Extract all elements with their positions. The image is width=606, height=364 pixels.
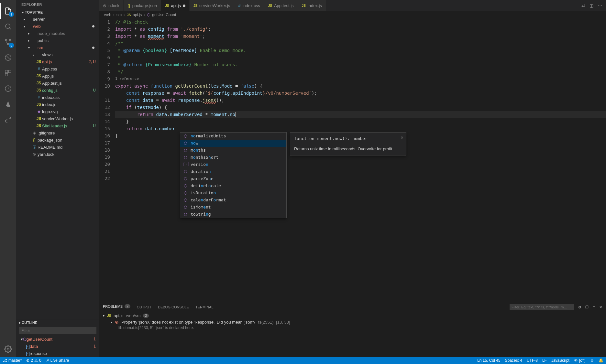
file-row[interactable]: ⊗yarn.lock xyxy=(16,151,99,158)
file-row[interactable]: {}package.json xyxy=(16,136,99,144)
file-row[interactable]: 🛈README.md xyxy=(16,144,99,151)
git-status: U xyxy=(93,123,96,128)
file-row[interactable]: JSApp.js xyxy=(16,72,99,80)
outline-item[interactable]: [◦]data1 xyxy=(16,343,99,350)
problem-related-info[interactable]: lib.dom.d.ts[2230, 5]: 'json' is declare… xyxy=(103,326,602,330)
status-prettier[interactable]: 👁 [off] xyxy=(574,358,586,363)
js-file-icon: JS xyxy=(36,116,42,121)
folder-row[interactable]: ▸server xyxy=(16,16,99,23)
folder-row[interactable]: ▸views xyxy=(16,51,99,58)
panel-tab-problems[interactable]: PROBLEMS2 xyxy=(103,304,130,310)
panel-collapse-icon[interactable]: ⌃ xyxy=(592,305,595,309)
status-liveshare[interactable]: ↗ Live Share xyxy=(46,358,69,363)
completion-item[interactable]: ⬡isMoment xyxy=(180,204,286,211)
compare-icon[interactable]: ⇄ xyxy=(581,3,585,8)
code-lens[interactable]: 1 reference xyxy=(115,75,606,82)
editor-tab[interactable]: #index.css xyxy=(234,0,264,11)
activity-scm-icon[interactable]: 5 xyxy=(0,34,16,50)
status-cursor[interactable]: Ln 15, Col 45 xyxy=(477,358,500,363)
folder-row[interactable]: ▾src xyxy=(16,44,99,51)
editor-tab[interactable]: JSserviceWorker.js xyxy=(190,0,234,11)
split-editor-icon[interactable]: ◫ xyxy=(589,3,593,8)
code-editor[interactable]: // @ts-checkimport * as config from './c… xyxy=(115,18,606,302)
intellisense-popup[interactable]: ⬡normalizeUnits⬡now⬡months⬡monthsShort[◦… xyxy=(180,132,287,218)
completion-item[interactable]: ⬡normalizeUnits xyxy=(180,133,286,140)
file-icon: ◈ xyxy=(31,131,38,135)
activity-extensions-icon[interactable] xyxy=(0,65,16,81)
file-row[interactable]: ◆logo.svg xyxy=(16,108,99,115)
folder-row[interactable]: ▸public xyxy=(16,37,99,44)
chevron-down-icon: ▾ xyxy=(19,321,20,325)
status-bell-icon[interactable]: 🔔 xyxy=(599,358,603,363)
completion-item[interactable]: ⬡calendarFormat xyxy=(180,197,286,204)
close-icon[interactable]: × xyxy=(401,134,403,141)
editor-tab[interactable]: JSApp.test.js xyxy=(264,0,298,11)
file-row[interactable]: ◈.gitignore xyxy=(16,129,99,136)
outline-header[interactable]: ▾OUTLINE xyxy=(16,319,99,326)
activity-liveshare-icon[interactable] xyxy=(0,112,16,127)
panel-tab-terminal[interactable]: TERMINAL xyxy=(195,305,214,309)
completion-item[interactable]: ⬡isDuration xyxy=(180,189,286,197)
breadcrumb-item[interactable]: api.js xyxy=(133,13,142,17)
status-branch[interactable]: ⎇ master* xyxy=(3,358,22,363)
file-row[interactable]: JSserviceWorker.js xyxy=(16,115,99,122)
filter-settings-icon[interactable]: ⚙ xyxy=(578,305,581,309)
completion-item[interactable]: ⬡defineLocale xyxy=(180,182,286,189)
completion-item[interactable]: ⬡now xyxy=(180,140,286,147)
editor-tab[interactable]: {}package.json xyxy=(124,0,161,11)
file-row[interactable]: #App.css xyxy=(16,65,99,72)
file-row[interactable]: JSconfig.jsU xyxy=(16,87,99,94)
file-icon: JS xyxy=(268,4,272,7)
modified-dot-icon[interactable] xyxy=(183,5,185,7)
file-row[interactable]: JSindex.js xyxy=(16,101,99,108)
editor-tab[interactable]: ⊗n.lock xyxy=(99,0,124,11)
svg-point-11 xyxy=(7,348,9,350)
completion-item[interactable]: ⬡duration xyxy=(180,168,286,175)
sidebar-project-header[interactable]: ▾TOAST'RE xyxy=(16,9,99,16)
status-errors[interactable]: ⊗ 2 ⚠ 0 xyxy=(26,358,41,363)
status-feedback-icon[interactable]: ☺ xyxy=(590,358,594,363)
activity-refresh-icon[interactable] xyxy=(0,81,16,96)
breadcrumb[interactable]: web›src›JSapi.js›⬡getUserCount xyxy=(99,11,606,18)
file-row[interactable]: #index.css xyxy=(16,94,99,101)
outline-item[interactable]: ▾⬡getUserCount1 xyxy=(16,336,99,343)
folder-row[interactable]: ▸node_modules xyxy=(16,30,99,37)
status-eol[interactable]: LF xyxy=(542,358,547,363)
git-status: 2, U xyxy=(89,59,96,64)
outline-filter-input[interactable] xyxy=(19,327,96,334)
activity-explorer-icon[interactable]: 1 xyxy=(0,3,16,19)
status-language[interactable]: JavaScript xyxy=(551,358,569,363)
folder-row[interactable]: ▾web xyxy=(16,23,99,30)
completion-item[interactable]: ⬡toString xyxy=(180,211,286,218)
problem-item[interactable]: ▾ ⊗ Property 'jsonX' does not exist on t… xyxy=(103,319,602,325)
status-indent[interactable]: Spaces: 4 xyxy=(505,358,522,363)
activity-azure-icon[interactable] xyxy=(0,96,16,112)
more-icon[interactable]: ⋯ xyxy=(598,3,602,8)
completion-item[interactable]: ⬡monthsShort xyxy=(180,154,286,161)
status-encoding[interactable]: UTF-8 xyxy=(527,358,538,363)
completion-item[interactable]: ⬡months xyxy=(180,147,286,154)
breadcrumb-item[interactable]: src xyxy=(116,13,122,17)
problems-filter-input[interactable] xyxy=(510,304,574,310)
panel-tab-output[interactable]: OUTPUT xyxy=(137,305,151,309)
file-tree[interactable]: ▸server▾web▸node_modules▸public▾src▸view… xyxy=(16,16,99,319)
outline-item[interactable]: [◦]response xyxy=(16,350,99,357)
activity-settings-icon[interactable] xyxy=(0,341,16,357)
file-row[interactable]: JSSiteHeader.jsU xyxy=(16,122,99,129)
activity-debug-icon[interactable] xyxy=(0,50,16,65)
breadcrumb-item[interactable]: getUserCount xyxy=(152,13,176,17)
file-row[interactable]: JSApp.test.js xyxy=(16,80,99,87)
completion-item[interactable]: [◦]version xyxy=(180,161,286,168)
tree-label: views xyxy=(42,52,96,57)
panel-close-icon[interactable]: ✕ xyxy=(599,305,602,309)
editor-tab[interactable]: JSindex.js xyxy=(298,0,326,11)
file-row[interactable]: JSapi.js2, U xyxy=(16,58,99,65)
tree-label: SiteHeader.js xyxy=(42,123,93,128)
completion-item[interactable]: ⬡parseZone xyxy=(180,175,286,182)
activity-search-icon[interactable] xyxy=(0,19,16,34)
editor-tab[interactable]: JSapi.js xyxy=(161,0,190,11)
problem-file-row[interactable]: ▾ JS api.js web/src 2 xyxy=(103,313,602,318)
breadcrumb-item[interactable]: web xyxy=(104,13,111,17)
panel-restore-icon[interactable]: ❐ xyxy=(585,305,589,309)
panel-tab-debug[interactable]: DEBUG CONSOLE xyxy=(158,305,189,309)
